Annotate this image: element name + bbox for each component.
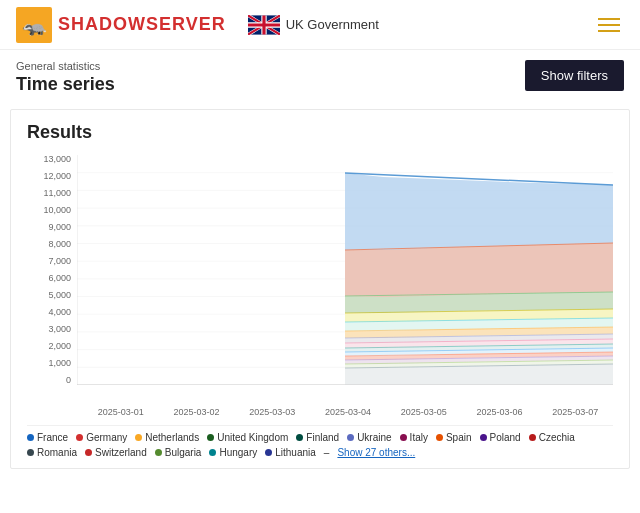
legend-dot-germany bbox=[76, 434, 83, 441]
legend-dot-netherlands bbox=[135, 434, 142, 441]
chart-container: Results 13,000 12,000 11,000 10,000 9,00… bbox=[10, 109, 630, 469]
legend-label-switzerland: Switzerland bbox=[95, 447, 147, 458]
legend-label-finland: Finland bbox=[306, 432, 339, 443]
legend-dot-spain bbox=[436, 434, 443, 441]
y-label-13000: 13,000 bbox=[43, 155, 71, 164]
legend-dot-bulgaria bbox=[155, 449, 162, 456]
hamburger-line-2 bbox=[598, 24, 620, 26]
chart-wrapper: 13,000 12,000 11,000 10,000 9,000 8,000 … bbox=[27, 155, 613, 405]
logo-icon bbox=[16, 7, 52, 43]
legend-label-poland: Poland bbox=[490, 432, 521, 443]
legend-item-france: France bbox=[27, 432, 68, 443]
header-left: SHADOWSERVER UK Government bbox=[16, 7, 379, 43]
legend-item-netherlands: Netherlands bbox=[135, 432, 199, 443]
legend-label-france: France bbox=[37, 432, 68, 443]
x-label-5: 2025-03-05 bbox=[386, 407, 462, 417]
y-label-12000: 12,000 bbox=[43, 172, 71, 181]
logo: SHADOWSERVER bbox=[16, 7, 226, 43]
legend-label-italy: Italy bbox=[410, 432, 428, 443]
hamburger-line-3 bbox=[598, 30, 620, 32]
y-axis: 13,000 12,000 11,000 10,000 9,000 8,000 … bbox=[27, 155, 77, 385]
legend-item-uk: United Kingdom bbox=[207, 432, 288, 443]
y-label-1000: 1,000 bbox=[48, 359, 71, 368]
legend-label-lithuania: Lithuania bbox=[275, 447, 316, 458]
y-label-9000: 9,000 bbox=[48, 223, 71, 232]
legend-label-uk: United Kingdom bbox=[217, 432, 288, 443]
x-label-2: 2025-03-02 bbox=[159, 407, 235, 417]
uk-gov-label: UK Government bbox=[286, 17, 379, 32]
y-label-8000: 8,000 bbox=[48, 240, 71, 249]
results-title: Results bbox=[27, 122, 613, 143]
legend-item-germany: Germany bbox=[76, 432, 127, 443]
legend-label-germany: Germany bbox=[86, 432, 127, 443]
y-label-2000: 2,000 bbox=[48, 342, 71, 351]
legend-item-switzerland: Switzerland bbox=[85, 447, 147, 458]
legend-dot-switzerland bbox=[85, 449, 92, 456]
uk-flag-area: UK Government bbox=[248, 15, 379, 35]
legend-item-poland: Poland bbox=[480, 432, 521, 443]
show-filters-button[interactable]: Show filters bbox=[525, 60, 624, 91]
legend-dot-hungary bbox=[209, 449, 216, 456]
legend-item-romania: Romania bbox=[27, 447, 77, 458]
x-label-4: 2025-03-04 bbox=[310, 407, 386, 417]
legend-dot-romania bbox=[27, 449, 34, 456]
legend-item-finland: Finland bbox=[296, 432, 339, 443]
legend-dot-lithuania bbox=[265, 449, 272, 456]
y-label-3000: 3,000 bbox=[48, 325, 71, 334]
header: SHADOWSERVER UK Government bbox=[0, 0, 640, 50]
breadcrumb: General statistics bbox=[16, 60, 115, 72]
page-title: Time series bbox=[16, 74, 115, 95]
y-label-0: 0 bbox=[66, 376, 71, 385]
legend-item-hungary: Hungary bbox=[209, 447, 257, 458]
legend-item-italy: Italy bbox=[400, 432, 428, 443]
y-label-7000: 7,000 bbox=[48, 257, 71, 266]
legend-dot-italy bbox=[400, 434, 407, 441]
legend-dot-poland bbox=[480, 434, 487, 441]
y-label-6000: 6,000 bbox=[48, 274, 71, 283]
legend-item-bulgaria: Bulgaria bbox=[155, 447, 202, 458]
y-label-5000: 5,000 bbox=[48, 291, 71, 300]
chart-svg bbox=[77, 155, 613, 385]
y-label-11000: 11,000 bbox=[43, 189, 71, 198]
legend-dot-france bbox=[27, 434, 34, 441]
legend-label-czechia: Czechia bbox=[539, 432, 575, 443]
legend-dot-ukraine bbox=[347, 434, 354, 441]
legend-dot-czechia bbox=[529, 434, 536, 441]
legend-item-czechia: Czechia bbox=[529, 432, 575, 443]
legend-label-netherlands: Netherlands bbox=[145, 432, 199, 443]
shadow-text: SHADOW bbox=[58, 14, 146, 34]
legend-label-ukraine: Ukraine bbox=[357, 432, 391, 443]
breadcrumb-title: General statistics Time series bbox=[16, 60, 115, 95]
server-text: SERVER bbox=[146, 14, 226, 34]
hamburger-menu[interactable] bbox=[594, 14, 624, 36]
y-label-10000: 10,000 bbox=[43, 206, 71, 215]
hamburger-line-1 bbox=[598, 18, 620, 20]
legend: France Germany Netherlands United Kingdo… bbox=[27, 425, 613, 458]
legend-label-hungary: Hungary bbox=[219, 447, 257, 458]
legend-label-romania: Romania bbox=[37, 447, 77, 458]
legend-item-spain: Spain bbox=[436, 432, 472, 443]
x-label-7: 2025-03-07 bbox=[537, 407, 613, 417]
uk-flag-icon bbox=[248, 15, 280, 35]
x-label-3: 2025-03-03 bbox=[234, 407, 310, 417]
legend-item-ukraine: Ukraine bbox=[347, 432, 391, 443]
page-header: General statistics Time series Show filt… bbox=[0, 50, 640, 99]
x-label-1: 2025-03-01 bbox=[83, 407, 159, 417]
legend-item-lithuania: Lithuania bbox=[265, 447, 316, 458]
x-axis: 2025-03-01 2025-03-02 2025-03-03 2025-03… bbox=[27, 407, 613, 417]
legend-label-bulgaria: Bulgaria bbox=[165, 447, 202, 458]
legend-dot-finland bbox=[296, 434, 303, 441]
legend-dot-uk bbox=[207, 434, 214, 441]
logo-text: SHADOWSERVER bbox=[58, 14, 226, 35]
legend-label-spain: Spain bbox=[446, 432, 472, 443]
show-others-link[interactable]: Show 27 others... bbox=[337, 447, 415, 458]
chart-area bbox=[77, 155, 613, 385]
y-label-4000: 4,000 bbox=[48, 308, 71, 317]
x-label-6: 2025-03-06 bbox=[462, 407, 538, 417]
